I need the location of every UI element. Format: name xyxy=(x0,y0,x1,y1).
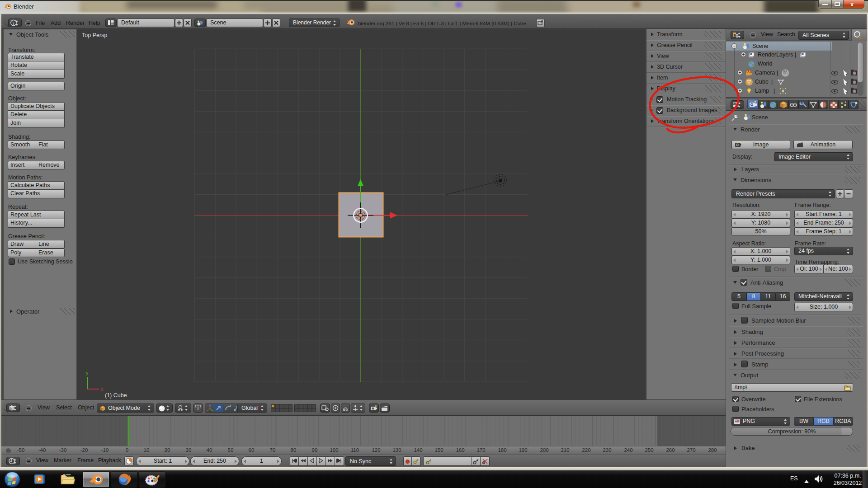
svg-text:x: x xyxy=(101,386,104,392)
svg-text:y: y xyxy=(86,370,89,375)
svg-text:i: i xyxy=(13,20,14,26)
